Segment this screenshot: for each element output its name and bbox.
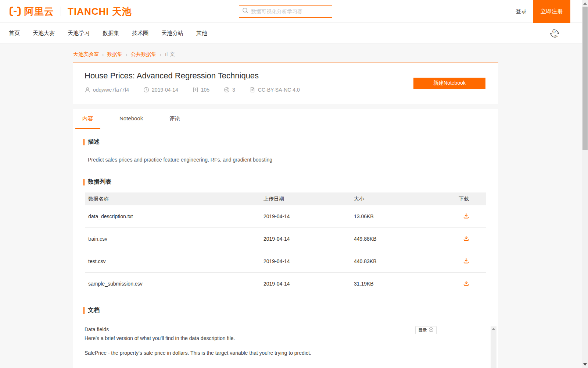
file-name: train.csv xyxy=(85,236,263,242)
nav-bar: 首页 天池大赛 天池学习 数据集 技术圈 天池分站 其他 中 En xyxy=(0,23,588,43)
section-document-heading: 文档 xyxy=(83,307,100,314)
search-input[interactable] xyxy=(251,8,329,14)
breadcrumb-separator: › xyxy=(126,52,127,57)
section-accent-bar xyxy=(83,179,85,185)
breadcrumb-public-datasets[interactable]: 公共数据集 xyxy=(131,51,157,58)
svg-text:En: En xyxy=(555,35,558,38)
document-scrollbar[interactable] xyxy=(491,326,496,368)
download-file-icon[interactable] xyxy=(463,213,469,220)
nav-item-learning[interactable]: 天池学习 xyxy=(68,23,90,43)
breadcrumb-lab[interactable]: 天池实验室 xyxy=(73,51,99,58)
meta-downloads: 105 xyxy=(193,87,209,93)
column-header-size: 大小 xyxy=(354,196,459,202)
toc-label: 目录 xyxy=(418,327,427,333)
breadcrumb-current: 正文 xyxy=(165,51,175,58)
file-date: 2019-04-14 xyxy=(263,236,354,242)
scrollbar-down-arrow-icon[interactable] xyxy=(583,363,587,366)
license-file-icon xyxy=(250,87,255,93)
brand-tianchi-text: TIANCHI 天池 xyxy=(68,5,132,18)
page: 阿里云 TIANCHI 天池 登录 立即注册 首页 天池大赛 天池学习 数据集 … xyxy=(0,0,588,368)
table-row: test.csv 2019-04-14 440.83KB xyxy=(85,250,486,273)
document-body: Data fields Here's a brief version of wh… xyxy=(85,325,452,357)
dataset-meta-row: odqwwe7fa77f4 2019-04-14 xyxy=(85,87,300,93)
file-name: sample_submission.csv xyxy=(85,281,263,287)
meta-date: 2019-04-14 xyxy=(143,87,178,93)
file-size: 13.06KB xyxy=(354,213,459,219)
file-date: 2019-04-14 xyxy=(263,258,354,264)
column-header-download: 下载 xyxy=(459,196,486,202)
register-button[interactable]: 立即注册 xyxy=(533,0,570,23)
scrollbar-up-arrow-icon[interactable] xyxy=(583,2,587,5)
download-file-icon[interactable] xyxy=(463,280,469,287)
download-count-icon xyxy=(193,87,198,93)
tab-notebook[interactable]: Notebook xyxy=(112,109,150,129)
nav-item-tech-circle[interactable]: 技术圈 xyxy=(132,23,148,43)
file-size: 31.19KB xyxy=(354,281,459,287)
svg-text:中: 中 xyxy=(552,30,556,34)
nav-item-datasets[interactable]: 数据集 xyxy=(103,23,119,43)
breadcrumb-separator: › xyxy=(160,52,161,57)
file-size: 440.83KB xyxy=(354,258,459,264)
table-row: train.csv 2019-04-14 449.88KB xyxy=(85,228,486,250)
brand-logo[interactable]: 阿里云 TIANCHI 天池 xyxy=(9,5,132,18)
breadcrumb-separator: › xyxy=(102,52,104,57)
download-count: 105 xyxy=(201,87,209,93)
vertical-divider xyxy=(407,72,407,95)
description-text: Predict sales prices and practice featur… xyxy=(88,157,272,163)
breadcrumb-datasets[interactable]: 数据集 xyxy=(107,51,122,58)
collapse-circle-icon xyxy=(429,327,434,333)
toc-button[interactable]: 目录 xyxy=(415,326,437,334)
doc-line: Data fields xyxy=(85,325,452,334)
doc-line: SalePrice - the property's sale price in… xyxy=(85,348,452,357)
share-icon xyxy=(224,87,230,93)
upload-date: 2019-04-14 xyxy=(152,87,178,93)
aliyun-bracket-icon xyxy=(9,6,21,17)
column-header-name: 数据名称 xyxy=(85,196,263,202)
new-notebook-button[interactable]: 新建Notebook xyxy=(413,78,485,89)
dataset-content-card: 内容 Notebook 评论 描述 Predict sales prices a… xyxy=(73,109,498,368)
data-file-table: 数据名称 上传日期 大小 下载 data_description.txt 201… xyxy=(85,192,486,295)
page-scrollbar[interactable] xyxy=(582,0,588,368)
author-name: odqwwe7fa77f4 xyxy=(93,87,129,93)
tab-comments[interactable]: 评论 xyxy=(162,109,187,129)
language-toggle-icon[interactable]: 中 En xyxy=(549,28,560,39)
table-row: data_description.txt 2019-04-14 13.06KB xyxy=(85,205,486,228)
table-row: sample_submission.csv 2019-04-14 31.19KB xyxy=(85,273,486,295)
brand-aliyun-text: 阿里云 xyxy=(24,5,54,18)
scroll-up-arrow-icon[interactable] xyxy=(492,328,495,330)
column-header-date: 上传日期 xyxy=(263,196,354,202)
user-icon xyxy=(85,87,90,93)
search-icon xyxy=(242,7,249,15)
file-size: 449.88KB xyxy=(354,236,459,242)
clock-icon xyxy=(143,87,149,93)
meta-author: odqwwe7fa77f4 xyxy=(85,87,129,93)
download-file-icon[interactable] xyxy=(463,258,469,265)
dataset-header-card: House Prices: Advanced Regression Techni… xyxy=(73,63,498,104)
nav-item-others[interactable]: 其他 xyxy=(196,23,207,43)
license-name: CC-BY-SA-NC 4.0 xyxy=(258,87,300,93)
section-description-title: 描述 xyxy=(88,138,100,146)
nav-item-home[interactable]: 首页 xyxy=(9,23,20,43)
file-name: data_description.txt xyxy=(85,213,263,219)
tab-bar: 内容 Notebook 评论 xyxy=(73,109,498,129)
nav-item-substations[interactable]: 天池分站 xyxy=(161,23,183,43)
search-box[interactable] xyxy=(239,5,332,18)
doc-line: Here's a brief version of what you'll fi… xyxy=(85,334,452,343)
table-header-row: 数据名称 上传日期 大小 下载 xyxy=(85,192,486,205)
section-datalist-heading: 数据列表 xyxy=(83,178,111,186)
logo-divider xyxy=(61,7,61,16)
breadcrumb: 天池实验室 › 数据集 › 公共数据集 › 正文 xyxy=(73,51,175,58)
section-accent-bar xyxy=(83,139,85,145)
tab-content[interactable]: 内容 xyxy=(75,109,100,129)
download-file-icon[interactable] xyxy=(463,235,469,243)
meta-license: CC-BY-SA-NC 4.0 xyxy=(250,87,300,93)
login-button[interactable]: 登录 xyxy=(516,0,527,23)
file-date: 2019-04-14 xyxy=(263,213,354,219)
meta-shares: 3 xyxy=(224,87,235,93)
file-name: test.csv xyxy=(85,258,263,264)
section-document-title: 文档 xyxy=(88,307,100,314)
share-count: 3 xyxy=(232,87,235,93)
file-date: 2019-04-14 xyxy=(263,281,354,287)
scrollbar-thumb[interactable] xyxy=(582,7,588,150)
nav-item-competitions[interactable]: 天池大赛 xyxy=(33,23,55,43)
